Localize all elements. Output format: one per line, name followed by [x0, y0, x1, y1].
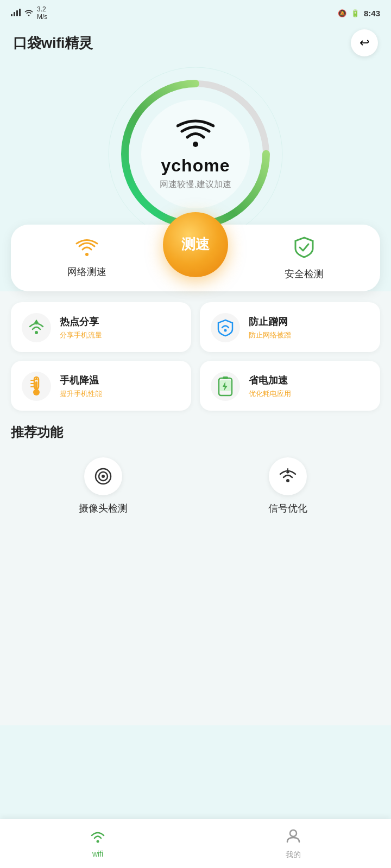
security-check-icon	[292, 235, 316, 263]
svg-rect-3	[19, 9, 21, 16]
hotspot-title: 热点分享	[60, 315, 102, 328]
wifi-status-icon	[24, 9, 34, 18]
svg-point-28	[286, 479, 289, 482]
cool-down-text: 手机降温 提升手机性能	[60, 374, 102, 399]
svg-point-27	[102, 475, 105, 478]
network-test-item[interactable]: 网络测速	[11, 238, 163, 278]
nav-wifi[interactable]: wifi	[0, 829, 195, 858]
status-bar: 3.2M/s 🔕 🔋 8:43	[0, 0, 391, 24]
cool-down-card[interactable]: 手机降温 提升手机性能	[11, 361, 191, 411]
svg-point-9	[193, 142, 198, 147]
cool-down-subtitle: 提升手机性能	[60, 389, 102, 399]
anti-piggyback-text: 防止蹭网 防止网络被蹭	[249, 315, 291, 340]
network-test-icon	[75, 238, 99, 261]
power-save-icon-wrap	[211, 372, 240, 401]
main-content: 热点分享 分享手机流量 防止蹭网 防止网络被蹭	[0, 291, 391, 725]
svg-point-13	[224, 329, 227, 332]
power-save-subtitle: 优化耗电应用	[249, 389, 291, 399]
svg-point-16	[33, 389, 40, 395]
gauge-inner: ychome 网速较慢,建议加速	[160, 118, 231, 190]
nav-mine[interactable]: 我的	[195, 828, 391, 860]
anti-piggyback-icon-wrap	[211, 313, 240, 342]
nav-wifi-icon	[90, 829, 106, 847]
network-test-label: 网络测速	[67, 265, 106, 278]
bottom-nav: wifi 我的	[0, 819, 391, 868]
anti-piggyback-title: 防止蹭网	[249, 315, 291, 328]
speed-panel: 网络测速 测速 安全检测	[11, 225, 380, 291]
camera-detect-label: 摄像头检测	[79, 502, 128, 515]
hotspot-card[interactable]: 热点分享 分享手机流量	[11, 302, 191, 352]
camera-detect-icon	[84, 457, 122, 495]
hotspot-text: 热点分享 分享手机流量	[60, 315, 102, 340]
svg-rect-15	[35, 381, 37, 389]
security-check-item[interactable]: 安全检测	[228, 235, 380, 280]
back-button[interactable]: ↩	[351, 29, 378, 56]
signal-optimize-icon	[269, 457, 307, 495]
camera-detect-item[interactable]: 摄像头检测	[11, 452, 195, 520]
power-save-title: 省电加速	[249, 374, 291, 387]
svg-rect-2	[16, 10, 18, 16]
cool-down-icon-wrap	[22, 372, 51, 401]
cool-down-title: 手机降温	[60, 374, 102, 387]
signal-optimize-item[interactable]: 信号优化	[195, 452, 380, 520]
wifi-icon-large	[176, 118, 215, 152]
status-time: 8:43	[364, 9, 380, 18]
svg-rect-22	[223, 376, 228, 379]
svg-point-31	[97, 840, 99, 843]
svg-rect-0	[11, 14, 12, 16]
nav-mine-label: 我的	[286, 850, 301, 860]
nav-wifi-label: wifi	[92, 850, 103, 858]
svg-rect-1	[14, 12, 15, 16]
status-left: 3.2M/s	[11, 5, 47, 21]
signal-optimize-label: 信号优化	[268, 502, 307, 515]
nav-mine-icon	[285, 828, 301, 848]
recommended-grid: 摄像头检测 信号优化	[11, 452, 380, 520]
anti-piggyback-subtitle: 防止网络被蹭	[249, 330, 291, 340]
feature-grid: 热点分享 分享手机流量 防止蹭网 防止网络被蹭	[11, 302, 380, 411]
svg-point-32	[290, 830, 297, 837]
security-check-label: 安全检测	[285, 267, 324, 280]
hotspot-icon-wrap	[22, 313, 51, 342]
battery-icon: 🔋	[351, 9, 360, 17]
status-right: 🔕 🔋 8:43	[338, 9, 380, 18]
network-status: 网速较慢,建议加速	[160, 179, 231, 190]
power-save-card[interactable]: 省电加速 优化耗电应用	[200, 361, 380, 411]
recommended-section-title: 推荐功能	[11, 424, 380, 441]
signal-icon	[11, 9, 21, 18]
hero-section: ychome 网速较慢,建议加速 网络测速 测速	[0, 62, 391, 291]
hotspot-subtitle: 分享手机流量	[60, 330, 102, 340]
mute-icon: 🔕	[338, 9, 346, 17]
anti-piggyback-card[interactable]: 防止蹭网 防止网络被蹭	[200, 302, 380, 352]
svg-marker-12	[34, 320, 39, 323]
app-title: 口袋wifi精灵	[13, 34, 93, 53]
speed-indicator: 3.2M/s	[37, 5, 47, 21]
svg-point-10	[35, 331, 38, 334]
speed-test-button[interactable]: 测速	[163, 212, 228, 277]
power-save-text: 省电加速 优化耗电应用	[249, 374, 291, 399]
network-name: ychome	[161, 156, 230, 176]
